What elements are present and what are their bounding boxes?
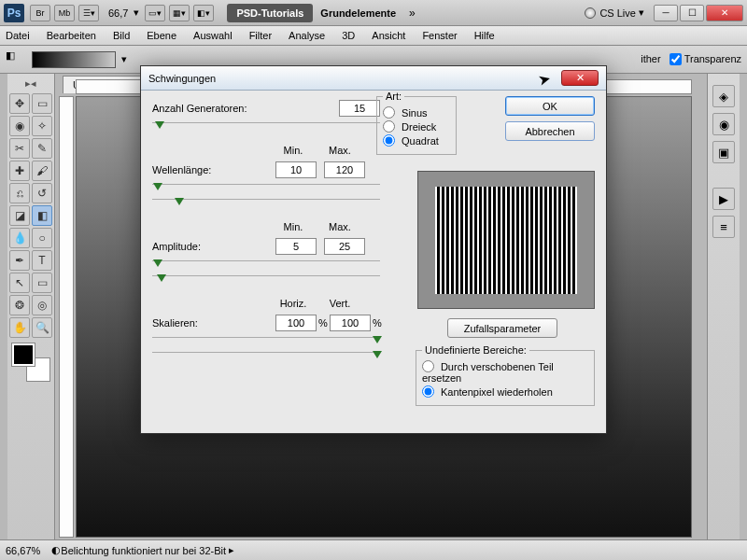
minibridge-button[interactable]: Mb [54,5,75,21]
menu-bearbeiten[interactable]: Bearbeiten [47,30,96,41]
dialog-title-bar[interactable]: Schwingungen ✕ [141,66,606,91]
swatches-button[interactable]: ◧▾ [193,5,214,21]
status-zoom[interactable]: 66,67% [6,545,40,556]
eraser-tool[interactable]: ◪ [9,205,30,226]
title-bar: Ps Br Mb ☰▾ 66,7▾ ▭▾ ▦▾ ◧▾ PSD-Tutorials… [0,0,747,26]
type-tool[interactable]: T [32,250,52,271]
app-logo: Ps [4,4,24,22]
path-tool[interactable]: ↖ [9,273,30,293]
marquee-tool[interactable]: ▭ [32,93,52,114]
min-label-2: Min. [270,221,317,232]
vert-label: Vert. [317,298,363,309]
type-quadrat[interactable]: Quadrat [383,134,450,147]
channels-panel-icon[interactable]: ◉ [712,113,735,135]
type-dreieck[interactable]: Dreieck [383,120,450,133]
menu-ebene[interactable]: Ebene [147,30,176,41]
wavelength-min-slider[interactable] [152,184,380,195]
dodge-tool[interactable]: ○ [32,228,52,248]
close-button[interactable]: ✕ [706,5,743,21]
type-legend: Art: [383,91,404,102]
amplitude-min-slider[interactable] [152,260,380,272]
zoom-field[interactable]: 66,7 [108,7,128,19]
foreground-color[interactable] [12,343,35,366]
menu-datei[interactable]: Datei [6,30,30,41]
workspace-tab[interactable]: Grundelemente [313,4,403,22]
hand-tool[interactable]: ✋ [9,317,30,338]
transparenz-label: Transparenz [684,53,741,64]
crop-tool[interactable]: ✂ [9,138,30,159]
arrange-button[interactable]: ▦▾ [169,5,190,21]
tools-panel: ▸◂ ✥ ▭ ◉ ✧ ✂ ✎ ✚ 🖌 ⎌ ↺ ◪ ◧ 💧 ○ ✒ T ↖ ▭ ❂… [7,74,55,539]
history-brush-tool[interactable]: ↺ [32,183,52,203]
amplitude-min-input[interactable] [275,238,317,255]
ok-button[interactable]: OK [505,96,595,116]
dialog-close-button[interactable]: ✕ [561,70,599,86]
status-menu-icon[interactable]: ▸ [226,544,234,556]
bridge-button[interactable]: Br [30,5,50,21]
vertical-ruler [59,96,74,538]
amplitude-label: Amplitude: [152,241,255,252]
screen-mode-button[interactable]: ▭▾ [145,5,165,21]
wavelength-max-slider[interactable] [152,199,380,210]
gradient-tool-preset[interactable]: ◧ [6,49,32,70]
generators-input[interactable] [339,100,380,117]
status-info: ◐ [51,544,61,556]
randomize-button[interactable]: Zufallsparameter [447,318,557,338]
wavelength-min-input[interactable] [275,161,317,178]
actions-panel-icon[interactable]: ≡ [712,216,735,238]
wand-tool[interactable]: ✧ [32,116,52,136]
layers-panel-icon[interactable]: ◈ [712,85,735,107]
move-tool[interactable]: ✥ [9,93,30,114]
dialog-title: Schwingungen [148,73,216,84]
healing-tool[interactable]: ✚ [9,161,30,181]
wavelength-max-input[interactable] [324,161,365,178]
gradient-preview[interactable] [32,51,116,68]
zoom-tool[interactable]: 🔍 [32,317,52,338]
type-sinus[interactable]: Sinus [383,106,450,119]
shape-tool[interactable]: ▭ [32,273,52,293]
cs-live[interactable]: CS Live ▾ [585,7,644,19]
preview-image [435,187,577,294]
undefined-repeat[interactable]: Kantenpixel wiederholen [422,385,588,398]
scale-horiz-input[interactable] [275,315,317,331]
wavelength-label: Wellenlänge: [152,164,255,175]
scale-vert-input[interactable] [330,315,371,331]
transparenz-checkbox[interactable] [669,53,682,65]
3d-tool[interactable]: ❂ [9,295,30,315]
scale-horiz-slider[interactable] [152,337,380,348]
generators-slider[interactable] [152,122,380,133]
panel-grip-icon[interactable]: ▸◂ [9,77,52,90]
lasso-tool[interactable]: ◉ [9,116,30,136]
menu-analyse[interactable]: Analyse [289,30,325,41]
menu-auswahl[interactable]: Auswahl [193,30,233,41]
more-workspaces-icon[interactable]: » [409,7,416,20]
undefined-wrap[interactable]: Durch verschobenen Teil ersetzen [422,360,588,384]
status-message: Belichtung funktioniert nur bei 32-Bit [61,545,226,556]
view-extras-button[interactable]: ☰▾ [78,5,99,21]
paths-panel-icon[interactable]: ▣ [712,141,735,163]
menu-fenster[interactable]: Fenster [422,30,457,41]
gradient-tool[interactable]: ◧ [32,205,52,226]
blur-tool[interactable]: 💧 [9,228,30,248]
menu-3d[interactable]: 3D [342,30,355,41]
minimize-button[interactable]: ─ [654,5,678,21]
menu-ansicht[interactable]: Ansicht [372,30,405,41]
pen-tool[interactable]: ✒ [9,250,30,271]
stamp-tool[interactable]: ⎌ [9,183,30,203]
eyedropper-tool[interactable]: ✎ [32,138,52,159]
history-panel-icon[interactable]: ▶ [712,188,735,210]
scale-vert-slider[interactable] [152,352,380,363]
menu-hilfe[interactable]: Hilfe [474,30,495,41]
amplitude-max-input[interactable] [324,238,365,255]
menu-bild[interactable]: Bild [113,30,130,41]
status-bar: 66,67% ◐ Belichtung funktioniert nur bei… [0,539,747,560]
amplitude-max-slider[interactable] [152,275,380,287]
3d-camera-tool[interactable]: ◎ [32,295,52,315]
scale-label: Skalieren: [152,317,255,329]
maximize-button[interactable]: ☐ [680,5,704,21]
menu-filter[interactable]: Filter [249,30,272,41]
color-swatches[interactable] [12,343,49,381]
brush-tool[interactable]: 🖌 [32,161,52,181]
workspace-tab-active[interactable]: PSD-Tutorials [227,4,313,22]
cancel-button[interactable]: Abbrechen [505,121,595,141]
